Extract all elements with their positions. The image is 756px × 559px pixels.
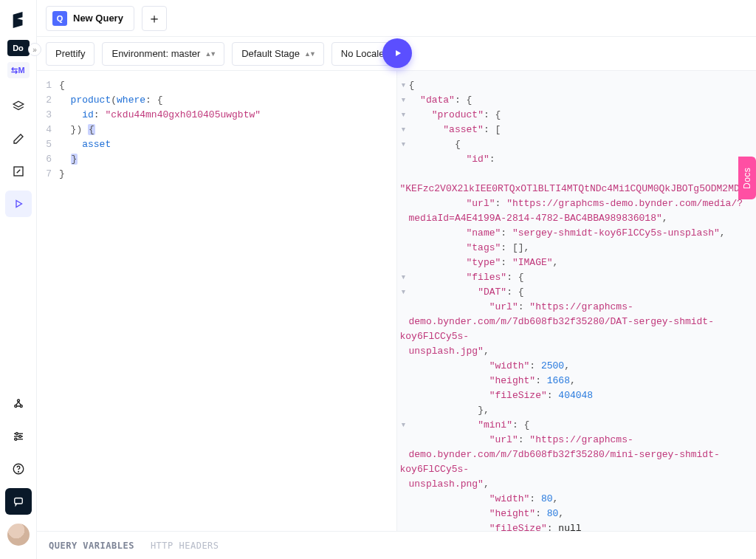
footer-tab-variables[interactable]: QUERY VARIABLES [49,541,134,551]
query-editor[interactable]: 1{2 product(where: {3 id: "ckdu44mn40gxh… [37,71,397,531]
stage-label: Default Stage [241,48,300,59]
split-panes: 1{2 product(where: {3 id: "ckdu44mn40gxh… [37,71,756,531]
caret-icon: ▲▼ [304,50,315,58]
svg-marker-15 [396,50,401,56]
environment-label: Environment: master [111,48,200,59]
sidebar-pill-do[interactable]: Do [7,40,30,56]
docs-tab[interactable]: Docs [738,157,756,199]
svg-marker-0 [13,101,24,107]
user-avatar[interactable] [7,524,30,546]
footer-tab-headers[interactable]: HTTP HEADERS [151,541,219,551]
run-query-button[interactable] [382,38,412,68]
asset-edit-icon[interactable] [5,158,32,185]
svg-point-13 [18,471,18,472]
tab-active[interactable]: Q New Query [46,6,134,31]
layers-icon[interactable] [5,93,32,120]
sidebar-pill-cm[interactable]: ⇆M [7,62,30,78]
help-icon[interactable] [5,456,32,482]
svg-point-5 [17,399,19,402]
svg-rect-14 [14,498,22,504]
prettify-label: Prettify [55,48,85,59]
tab-bar: Q New Query ＋ [37,0,756,37]
chat-icon[interactable] [5,488,32,515]
svg-point-11 [14,438,16,440]
environment-select[interactable]: Environment: master ▲▼ [102,42,224,66]
svg-point-3 [14,405,16,408]
prettify-button[interactable]: Prettify [46,42,94,66]
toolbar: Prettify Environment: master ▲▼ Default … [37,37,756,71]
svg-point-9 [16,433,18,435]
response-viewer[interactable]: ▾{▾ "data": {▾ "product": {▾ "asset": [▾… [397,71,757,531]
tab-badge: Q [52,11,67,26]
svg-point-4 [20,405,22,408]
locale-label: No Locale [341,48,385,59]
webhook-icon[interactable] [5,391,32,417]
caret-icon: ▲▼ [205,50,215,58]
settings-sliders-icon[interactable] [5,423,32,450]
edit-icon[interactable] [5,126,32,152]
stage-select[interactable]: Default Stage ▲▼ [232,42,324,66]
brand-logo [10,10,27,30]
play-icon [393,48,403,58]
svg-point-10 [18,436,21,438]
plus-icon: ＋ [148,10,161,27]
svg-marker-2 [16,201,22,208]
tab-label: New Query [73,13,123,24]
main-area: Q New Query ＋ Prettify Environment: mast… [37,0,756,559]
bottom-tabs: QUERY VARIABLES HTTP HEADERS [37,531,756,559]
playground-icon[interactable] [5,191,32,217]
tab-add[interactable]: ＋ [142,6,167,31]
sidebar: Do » ⇆M [0,0,37,559]
